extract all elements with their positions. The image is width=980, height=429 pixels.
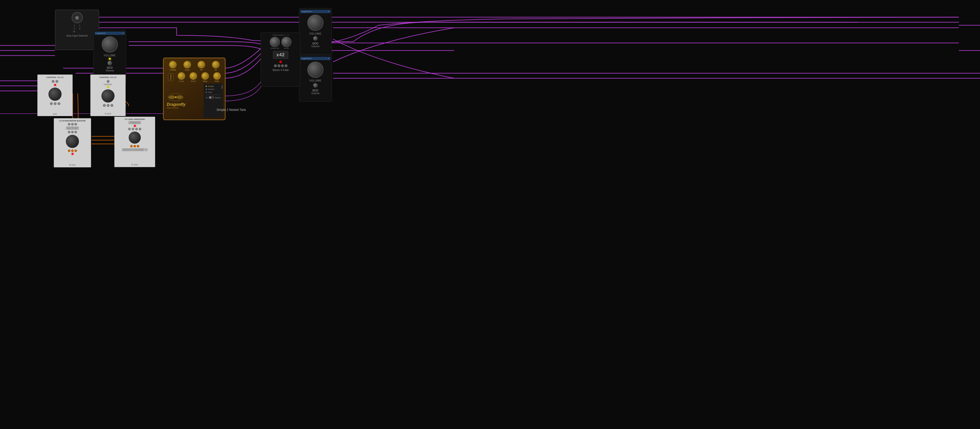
jack-a8 <box>71 150 74 152</box>
auto-input-selector-module: ⊕ 1 1 2 2 M Auto Input Selector <box>55 10 99 50</box>
toggle-bypass-label: Bypass <box>215 97 221 99</box>
type-label: Type <box>221 85 223 89</box>
hicut-knob-group: Hi-Cut <box>189 72 197 82</box>
control-cv-1-title: CONTROL TO CV <box>46 76 64 78</box>
type-nested-option[interactable]: Nested <box>206 88 221 90</box>
signal-ab-knob[interactable] <box>270 37 280 47</box>
jack-l5 <box>130 145 133 147</box>
locut-knob-group: Lo-Cut <box>178 72 185 82</box>
integrator-label: INTEGRATOR ATTENUVERTER <box>122 148 145 151</box>
type-tank-option[interactable]: Tank <box>206 91 221 93</box>
type-simple-option[interactable]: Simple <box>206 85 221 88</box>
volume-knob-r1[interactable] <box>307 14 323 31</box>
cv2-knob[interactable] <box>102 89 115 102</box>
type-tank-label: Tank <box>208 91 212 93</box>
dragonfly-reverb-module: Predelay Decay Wet Dry Shape Lo-Cut Hi-C… <box>163 57 226 120</box>
dropdown-logarithmic-top[interactable]: Logarithmic▼ <box>95 32 125 35</box>
jack-x1 <box>274 64 277 67</box>
jack-1-1 <box>52 80 54 83</box>
dropdown-logarithmic-r2[interactable]: Logarithmic▼ <box>300 57 331 60</box>
signal-ab-label: SIGNAL A/B <box>271 48 279 49</box>
jack-2-4 <box>110 104 113 107</box>
shape-label: SHAPE <box>284 48 289 49</box>
damp-knob-group: Damp <box>201 72 209 82</box>
logic-led <box>134 125 136 127</box>
small-knob-r2[interactable] <box>313 83 318 88</box>
cv2-led <box>107 86 109 88</box>
locut-knob[interactable] <box>178 72 185 80</box>
toggle-on-label: On <box>206 97 208 99</box>
shape-button[interactable]: Shape <box>168 73 173 81</box>
cv1-knob[interactable] <box>48 88 62 101</box>
on-bypass-toggle[interactable] <box>208 96 214 99</box>
shape-knob[interactable] <box>282 37 291 47</box>
control-cv-2-title: CONTROL TO CV <box>99 76 116 78</box>
cv-logic-module: CV LOGIC OPERATORS OPERATOR INTEGRATOR A… <box>114 116 155 167</box>
port-label-2-right: 2 <box>79 27 96 30</box>
small-knob-top[interactable] <box>108 61 112 65</box>
port-label-2-left: 2 <box>59 27 75 30</box>
dragonfly-logo-area: Dragonfly Plate Reverb <box>166 84 202 117</box>
xfade-led <box>280 61 282 63</box>
jack-1-4 <box>54 102 57 105</box>
volume-label-top: VOLUME <box>104 54 116 57</box>
mod-label-r1: MOD <box>312 42 318 45</box>
volume-knob-top[interactable] <box>102 37 118 53</box>
damp-knob[interactable] <box>201 72 209 80</box>
jack-1-2 <box>56 80 58 83</box>
jack-1-3 <box>50 102 53 105</box>
small-knob-r1[interactable] <box>313 36 318 41</box>
jack-x2 <box>278 64 280 67</box>
jack-2-2 <box>103 104 106 107</box>
decay-label: Decay <box>185 69 189 71</box>
mod-volume-right1-module: Logarithmic▼ VOLUME MOD Volume <box>299 8 332 55</box>
jack-2-1 <box>107 80 110 83</box>
control-cv-1-module: CONTROL TO CV MOD <box>37 75 73 116</box>
jack-a7 <box>68 150 70 152</box>
module-lock-icon: ⊕ <box>72 12 83 23</box>
cv1-led <box>54 84 56 86</box>
volume-label-r1: VOLUME <box>309 32 321 35</box>
width-knob-group: Width <box>213 72 221 82</box>
predelay-knob[interactable] <box>169 61 177 69</box>
predelay-label: Predelay <box>170 69 176 71</box>
wet-knob[interactable] <box>197 61 205 69</box>
jack-l7 <box>137 145 139 147</box>
dropdown-logarithmic-r1[interactable]: Logarithmic▼ <box>300 10 331 13</box>
jack-a6 <box>75 131 77 133</box>
control-cv-2-module: CONTROL TO CV CONTROL ⚙MOD <box>90 75 126 116</box>
decay-knob[interactable] <box>183 61 191 69</box>
cv-logic-brand: ⚙MOD <box>132 164 138 166</box>
hicut-knob[interactable] <box>189 72 197 80</box>
dragonfly-title: Dragonfly <box>167 102 202 107</box>
jack-1-5 <box>57 102 60 105</box>
cv-atten-brand: ⚙MOD <box>69 164 75 166</box>
jack-a2 <box>71 123 74 126</box>
cv-logic-title: CV LOGIC OPERATORS <box>125 118 145 120</box>
multiplier-label: MULTIPLIER <box>66 127 79 129</box>
predelay-knob-group: Predelay <box>169 61 177 71</box>
jack-x3 <box>281 64 284 67</box>
decay-knob-group: Decay <box>183 61 191 71</box>
attenuverter-label <box>145 148 147 151</box>
dry-knob[interactable] <box>212 61 220 69</box>
width-knob[interactable] <box>213 72 221 80</box>
port-label-1-right: 1 <box>79 24 96 27</box>
locut-label: Lo-Cut <box>179 80 184 82</box>
wet-knob-group: Wet <box>197 61 205 71</box>
svg-point-1 <box>175 96 177 98</box>
jack-2-3 <box>107 104 110 107</box>
jack-a3 <box>75 123 77 126</box>
simple2nested-label: Simple 2 Nested Tank <box>216 108 246 112</box>
cv-attenuverter-module: CV ATTENUVERTER BOOSTER MULTIPLIER ⚙MOD <box>54 118 91 167</box>
dry-knob-group: Dry <box>212 61 220 71</box>
wet-label: Wet <box>200 69 203 71</box>
hicut-label: Hi-Cut <box>191 80 195 82</box>
xfade-title: X-fade Overlay | 1...+II <box>272 34 289 36</box>
cv-logic-knob[interactable] <box>129 132 141 144</box>
cv-atten-knob[interactable] <box>66 135 79 148</box>
jack-l3 <box>135 128 138 130</box>
jack-l4 <box>139 128 141 130</box>
x42-badge: x42 <box>273 51 288 59</box>
volume-knob-r2[interactable] <box>307 62 323 78</box>
